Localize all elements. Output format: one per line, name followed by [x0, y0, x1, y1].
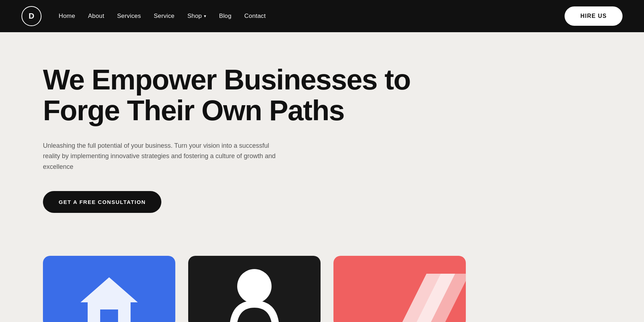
nav-item-about[interactable]: About: [88, 13, 104, 20]
nav-item-shop[interactable]: Shop ▾: [187, 13, 206, 20]
card-red[interactable]: [333, 256, 466, 322]
nav-link-contact[interactable]: Contact: [244, 13, 266, 19]
nav-item-home[interactable]: Home: [59, 13, 75, 20]
logo-letter: D: [29, 11, 34, 21]
nav-item-service[interactable]: Service: [154, 13, 175, 20]
hero-section: We Empower Businesses to Forge Their Own…: [0, 32, 644, 234]
arrow-icon: [398, 259, 466, 322]
logo[interactable]: D: [21, 6, 42, 26]
cards-section: [0, 234, 644, 322]
house-icon: [77, 274, 141, 322]
nav-link-service[interactable]: Service: [154, 13, 175, 19]
cta-consultation-button[interactable]: GET A FREE CONSULTATION: [43, 191, 161, 213]
chevron-down-icon: ▾: [204, 14, 206, 19]
svg-rect-1: [100, 309, 118, 322]
card-blue[interactable]: [43, 256, 175, 322]
navbar-left: D Home About Services Service Shop ▾: [21, 6, 266, 26]
hero-subtitle: Unleashing the full potential of your bu…: [43, 141, 286, 172]
nav-shop-wrapper[interactable]: Shop ▾: [187, 13, 206, 20]
nav-item-services[interactable]: Services: [117, 13, 141, 20]
nav-item-contact[interactable]: Contact: [244, 13, 266, 20]
nav-link-services[interactable]: Services: [117, 13, 141, 19]
navbar: D Home About Services Service Shop ▾: [0, 0, 644, 32]
nav-link-shop[interactable]: Shop: [187, 13, 202, 20]
nav-links: Home About Services Service Shop ▾ Blog: [59, 13, 266, 20]
nav-item-blog[interactable]: Blog: [219, 13, 231, 20]
hero-title: We Empower Businesses to Forge Their Own…: [43, 64, 436, 126]
nav-link-about[interactable]: About: [88, 13, 104, 19]
hire-us-button[interactable]: HIRE US: [565, 6, 623, 26]
nav-link-home[interactable]: Home: [59, 13, 75, 19]
nav-link-blog[interactable]: Blog: [219, 13, 231, 19]
svg-point-2: [237, 269, 272, 303]
person-icon: [226, 267, 283, 322]
card-black[interactable]: [188, 256, 321, 322]
